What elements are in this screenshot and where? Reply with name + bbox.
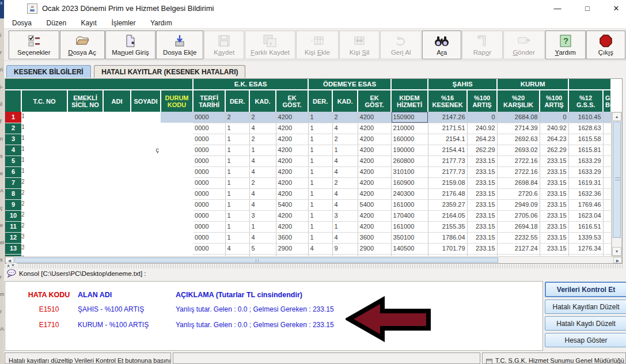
scroll-down-arrow-icon[interactable]: ▼: [612, 247, 621, 256]
data-cell[interactable]: 161000: [391, 199, 428, 210]
data-cell[interactable]: 4200: [276, 123, 308, 134]
row-number[interactable]: 3: [5, 134, 21, 145]
cell-durum-kodu[interactable]: [161, 232, 193, 243]
cell-adi[interactable]: [103, 210, 131, 221]
data-cell[interactable]: 4: [332, 199, 358, 210]
data-cell[interactable]: 233.15: [467, 188, 497, 199]
row-number[interactable]: 13: [5, 243, 21, 254]
data-cell[interactable]: 1786.04: [428, 232, 467, 243]
data-cell[interactable]: 4200: [358, 221, 391, 232]
cell-durum-kodu[interactable]: [161, 145, 193, 156]
data-cell[interactable]: 4200: [276, 166, 308, 177]
data-cell[interactable]: 1632.36: [568, 188, 603, 199]
data-cell[interactable]: 4200: [358, 145, 391, 156]
data-cell[interactable]: 0000: [193, 221, 225, 232]
cell-durum-kodu[interactable]: [161, 123, 193, 134]
data-cell[interactable]: 1615.58: [568, 134, 603, 145]
data-cell[interactable]: 2: [332, 177, 358, 188]
data-cell[interactable]: 0000: [193, 134, 225, 145]
data-cell[interactable]: 1: [308, 134, 332, 145]
data-cell[interactable]: 4200: [276, 210, 308, 221]
data-cell[interactable]: 2359.27: [428, 199, 467, 210]
cell-soyadi[interactable]: [131, 166, 161, 177]
data-cell[interactable]: 2154.1: [428, 134, 467, 145]
data-cell[interactable]: 1610.45: [568, 112, 603, 123]
cell-emekli-sicil-no[interactable]: [67, 232, 103, 243]
cell-durum-kodu[interactable]: [161, 134, 193, 145]
data-cell[interactable]: 264.23: [540, 134, 568, 145]
cell-durum-kodu[interactable]: [161, 221, 193, 232]
cell-tc-no[interactable]: 2: [21, 221, 67, 232]
data-cell[interactable]: 2714.39: [497, 123, 540, 134]
cell-soyadi[interactable]: [131, 112, 161, 123]
data-cell[interactable]: 1: [249, 145, 276, 156]
row-number[interactable]: 8: [5, 188, 21, 199]
data-cell[interactable]: 1: [225, 134, 249, 145]
data-cell[interactable]: 3600: [276, 232, 308, 243]
cell-tc-no[interactable]: 2: [21, 210, 67, 221]
data-cell[interactable]: 0: [540, 112, 568, 123]
minimize-button[interactable]: —: [548, 2, 567, 15]
data-cell[interactable]: 1: [249, 221, 276, 232]
data-cell[interactable]: 0000: [193, 188, 225, 199]
data-cell[interactable]: 4200: [276, 112, 308, 123]
data-cell[interactable]: 4: [249, 166, 276, 177]
cell-durum-kodu[interactable]: [161, 188, 193, 199]
cell-adi[interactable]: [103, 221, 131, 232]
data-cell[interactable]: 9: [332, 243, 358, 254]
cell-soyadi[interactable]: [131, 199, 161, 210]
cell-soyadi[interactable]: [131, 134, 161, 145]
data-cell[interactable]: 2164.05: [428, 210, 467, 221]
verify-data-button[interactable]: Verileri Kontrol Et: [545, 282, 626, 297]
data-cell[interactable]: 240.92: [540, 123, 568, 134]
cell-adi[interactable]: [103, 177, 131, 188]
row-number[interactable]: 11: [5, 221, 21, 232]
data-cell[interactable]: 1: [308, 232, 332, 243]
data-cell[interactable]: 150900: [391, 112, 428, 123]
data-cell[interactable]: 4: [332, 232, 358, 243]
show-calculation-button[interactable]: Hesap Göster: [545, 333, 626, 347]
data-cell[interactable]: 2159.08: [428, 177, 467, 188]
data-cell[interactable]: 4200: [276, 156, 308, 166]
data-cell[interactable]: 3: [249, 210, 276, 221]
cell-emekli-sicil-no[interactable]: [67, 210, 103, 221]
data-cell[interactable]: 233.15: [540, 199, 568, 210]
cell-emekli-sicil-no[interactable]: [67, 123, 103, 134]
options-button[interactable]: Seçenekler: [9, 31, 59, 59]
data-cell[interactable]: 1276.34: [568, 243, 603, 254]
data-cell[interactable]: 1: [225, 166, 249, 177]
data-cell[interactable]: 0: [467, 112, 497, 123]
data-cell[interactable]: 2949.09: [497, 199, 540, 210]
data-cell[interactable]: 1633.29: [568, 156, 603, 166]
data-cell[interactable]: 1: [308, 145, 332, 156]
cell-tc-no[interactable]: 1: [21, 166, 67, 177]
tab-hatali-kayitlar[interactable]: HATALI KAYITLAR (KESENEK HATALARI): [94, 65, 245, 78]
scroll-left-arrow-icon[interactable]: ◀: [5, 257, 14, 263]
data-cell[interactable]: 1: [308, 199, 332, 210]
data-cell[interactable]: 1: [225, 221, 249, 232]
scroll-right-arrow-icon[interactable]: ▶: [613, 257, 622, 263]
data-cell[interactable]: 4: [332, 123, 358, 134]
data-cell[interactable]: 0000: [193, 112, 225, 123]
data-cell[interactable]: 233.15: [467, 177, 497, 188]
data-cell[interactable]: 170400: [391, 210, 428, 221]
menu-yardim[interactable]: Yardım: [146, 18, 176, 28]
data-cell[interactable]: 4200: [358, 188, 391, 199]
data-cell[interactable]: 2698.84: [497, 177, 540, 188]
fix-error-record-button[interactable]: Hatalı Kaydı Düzelt: [545, 316, 626, 331]
data-cell[interactable]: 4200: [358, 112, 391, 123]
data-cell[interactable]: 1: [225, 177, 249, 188]
close-button[interactable]: ✕: [606, 2, 626, 15]
row-number[interactable]: 1: [5, 112, 21, 123]
cell-adi[interactable]: [103, 232, 131, 243]
add-file-button[interactable]: Dosya Ekle: [156, 31, 203, 59]
data-cell[interactable]: 1: [225, 232, 249, 243]
data-cell[interactable]: 2176.48: [428, 188, 467, 199]
row-number[interactable]: 6: [5, 166, 21, 177]
data-cell[interactable]: 1: [308, 156, 332, 166]
data-cell[interactable]: 1633.29: [568, 166, 603, 177]
cell-emekli-sicil-no[interactable]: [67, 243, 103, 254]
scroll-up-arrow-icon[interactable]: ▲: [612, 112, 621, 121]
cell-soyadi[interactable]: [131, 156, 161, 166]
data-cell[interactable]: 0000: [193, 243, 225, 254]
